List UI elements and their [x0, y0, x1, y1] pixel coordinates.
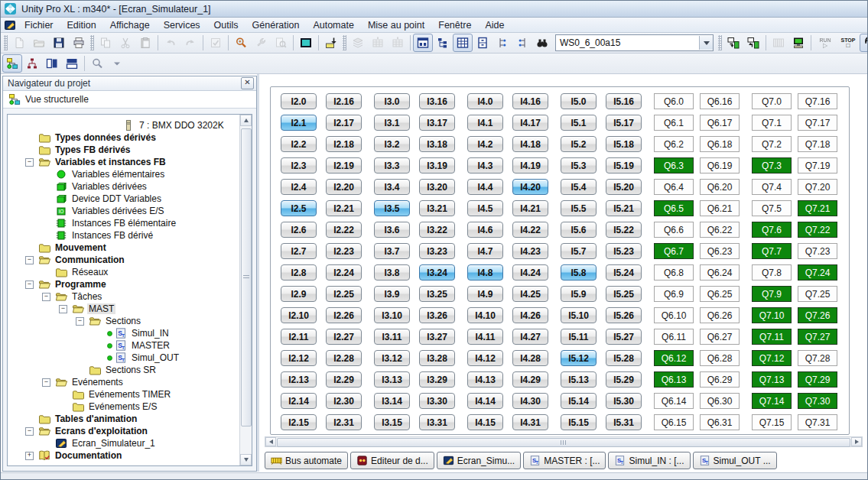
- input-button-I2.19[interactable]: I2.19: [326, 157, 362, 174]
- input-button-I4.26[interactable]: I4.26: [512, 307, 548, 323]
- combobox-dropdown-button[interactable]: [699, 36, 713, 50]
- input-button-I5.24[interactable]: I5.24: [606, 264, 642, 281]
- tree-item-instances-fb-d-riv[interactable]: Instances FB dérivé: [8, 229, 239, 242]
- input-button-I2.5[interactable]: I2.5: [281, 200, 317, 216]
- input-button-I3.10[interactable]: I3.10: [374, 307, 410, 323]
- collapse-expander[interactable]: −: [59, 305, 67, 313]
- menu-g-n-ration[interactable]: Génération: [245, 19, 307, 31]
- input-button-I2.25[interactable]: I2.25: [326, 286, 362, 302]
- input-button-I2.3[interactable]: I2.3: [281, 157, 317, 174]
- input-button-I2.6[interactable]: I2.6: [281, 222, 317, 238]
- input-button-I5.25[interactable]: I5.25: [606, 286, 642, 302]
- input-button-I5.14[interactable]: I5.14: [561, 393, 597, 409]
- collapse-expander[interactable]: −: [42, 378, 50, 387]
- menu-affichage[interactable]: Affichage: [103, 19, 157, 31]
- input-button-I2.0[interactable]: I2.0: [281, 93, 317, 109]
- workspace-tab-bus-automate[interactable]: Bus automate: [265, 452, 348, 469]
- input-button-I3.22[interactable]: I3.22: [419, 222, 455, 238]
- collapse-expander[interactable]: −: [25, 427, 34, 436]
- input-button-I3.25[interactable]: I3.25: [419, 286, 455, 302]
- input-button-I2.21[interactable]: I2.21: [326, 200, 362, 216]
- input-button-I2.18[interactable]: I2.18: [326, 136, 362, 152]
- input-button-I2.4[interactable]: I2.4: [281, 179, 317, 195]
- collapse-expander[interactable]: −: [25, 281, 34, 289]
- export-screen-icon[interactable]: [321, 34, 341, 52]
- input-button-I4.24[interactable]: I4.24: [512, 264, 548, 281]
- input-button-I5.27[interactable]: I5.27: [606, 329, 642, 345]
- input-button-I2.31[interactable]: I2.31: [326, 414, 362, 430]
- operator-screen-icon[interactable]: [296, 34, 316, 52]
- input-button-I4.5[interactable]: I4.5: [467, 200, 503, 216]
- input-button-I5.17[interactable]: I5.17: [606, 115, 642, 131]
- input-button-I4.1[interactable]: I4.1: [467, 115, 503, 131]
- input-button-I4.7[interactable]: I4.7: [467, 243, 503, 259]
- menu-fen-tre[interactable]: Fenêtre: [431, 19, 478, 31]
- input-button-I4.14[interactable]: I4.14: [467, 393, 503, 409]
- input-button-I2.8[interactable]: I2.8: [281, 264, 317, 281]
- input-button-I3.2[interactable]: I3.2: [374, 136, 410, 152]
- input-button-I2.13[interactable]: I2.13: [281, 371, 317, 388]
- input-button-I5.4[interactable]: I5.4: [561, 179, 597, 195]
- tree-item-ecrans-d-exploitation[interactable]: −Ecrans d'exploitation: [8, 425, 239, 437]
- input-button-I4.21[interactable]: I4.21: [512, 200, 548, 216]
- input-button-I2.11[interactable]: I2.11: [281, 329, 317, 345]
- input-button-I3.15[interactable]: I3.15: [374, 414, 410, 430]
- input-button-I5.26[interactable]: I5.26: [606, 307, 642, 323]
- input-button-I5.5[interactable]: I5.5: [561, 200, 597, 216]
- input-button-I4.10[interactable]: I4.10: [467, 307, 503, 323]
- input-button-I4.17[interactable]: I4.17: [512, 115, 548, 131]
- input-button-I4.15[interactable]: I4.15: [467, 414, 503, 430]
- tree-item-mast[interactable]: −MAST: [8, 303, 239, 315]
- input-button-I5.12[interactable]: I5.12: [561, 350, 597, 366]
- input-button-I4.12[interactable]: I4.12: [467, 350, 503, 366]
- input-button-I2.12[interactable]: I2.12: [281, 350, 317, 366]
- zoom-caret-icon[interactable]: [107, 54, 127, 73]
- menu-mise-au-point[interactable]: Mise au point: [361, 19, 431, 31]
- print-icon[interactable]: [69, 34, 89, 52]
- tree-item-communication[interactable]: −Communication: [8, 254, 239, 266]
- input-button-I3.27[interactable]: I3.27: [419, 329, 455, 345]
- input-button-I5.10[interactable]: I5.10: [561, 307, 597, 323]
- horizontal-scrollbar[interactable]: [265, 436, 863, 447]
- input-button-I3.16[interactable]: I3.16: [419, 93, 455, 109]
- collapse-expander[interactable]: −: [76, 317, 84, 326]
- tree-item-master[interactable]: STMASTER: [8, 339, 239, 352]
- input-button-I2.23[interactable]: I2.23: [326, 243, 362, 259]
- io-pin-alt-icon[interactable]: [512, 34, 532, 52]
- tree-item-instances-fb-l-mentaire[interactable]: Instances FB élémentaire: [8, 217, 239, 229]
- analyze-build-icon[interactable]: [231, 34, 251, 52]
- save-icon[interactable]: [49, 34, 69, 52]
- station-selector-combobox[interactable]: WS0_6_00a15: [555, 34, 714, 51]
- input-button-I5.22[interactable]: I5.22: [606, 222, 642, 238]
- input-button-I5.18[interactable]: I5.18: [606, 136, 642, 152]
- toolbar-drag-handle[interactable]: [4, 35, 8, 50]
- input-button-I3.18[interactable]: I3.18: [419, 136, 455, 152]
- input-button-I5.1[interactable]: I5.1: [561, 115, 597, 131]
- input-button-I5.29[interactable]: I5.29: [606, 371, 642, 388]
- input-button-I5.9[interactable]: I5.9: [561, 286, 597, 302]
- input-button-I4.28[interactable]: I4.28: [512, 350, 548, 366]
- scroll-left-button[interactable]: [265, 437, 276, 446]
- input-button-I3.4[interactable]: I3.4: [374, 179, 410, 195]
- input-button-I2.22[interactable]: I2.22: [326, 222, 362, 238]
- input-button-I2.28[interactable]: I2.28: [326, 350, 362, 366]
- menu-outils[interactable]: Outils: [207, 19, 245, 31]
- input-button-I5.28[interactable]: I5.28: [606, 350, 642, 366]
- input-button-I2.24[interactable]: I2.24: [326, 264, 362, 281]
- input-button-I2.17[interactable]: I2.17: [326, 115, 362, 131]
- workspace-tab-simul-out[interactable]: STSimul_OUT ...: [693, 452, 777, 469]
- workspace-tab-editeur-de-d[interactable]: Editeur de d...: [350, 452, 434, 469]
- input-button-I3.24[interactable]: I3.24: [419, 264, 455, 281]
- input-button-I2.14[interactable]: I2.14: [281, 393, 317, 409]
- input-button-I4.13[interactable]: I4.13: [467, 371, 503, 388]
- mdi-child-screen-icon[interactable]: [4, 19, 16, 31]
- collapse-expander[interactable]: −: [25, 256, 34, 264]
- input-button-I4.20[interactable]: I4.20: [512, 179, 548, 195]
- input-button-I3.14[interactable]: I3.14: [374, 393, 410, 409]
- refresh-icon[interactable]: [860, 34, 868, 52]
- input-button-I3.29[interactable]: I3.29: [419, 371, 455, 388]
- tree-item-ecran-simulateur-1[interactable]: Ecran_Simulateur_1: [8, 437, 239, 449]
- input-button-I2.16[interactable]: I2.16: [326, 93, 362, 109]
- menu-edition[interactable]: Edition: [60, 19, 103, 31]
- input-button-I4.9[interactable]: I4.9: [467, 286, 503, 302]
